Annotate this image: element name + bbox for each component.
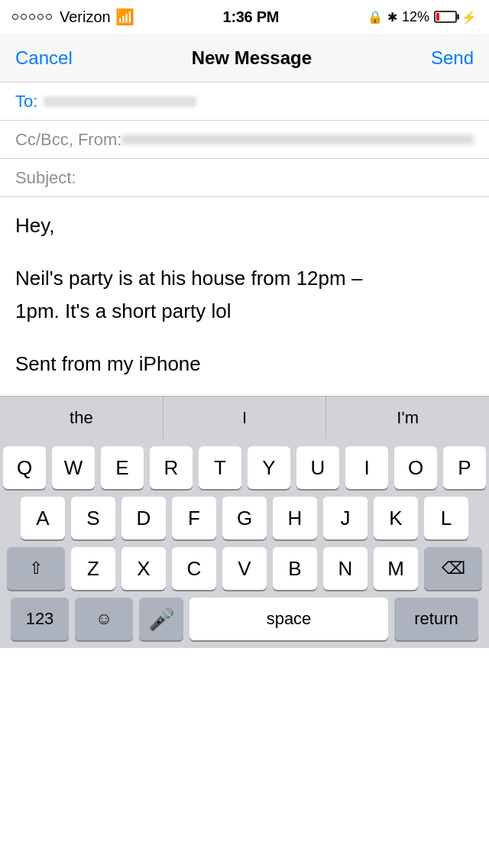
nav-title: New Message — [192, 47, 312, 69]
key-y[interactable]: Y — [248, 446, 290, 489]
subject-label: Subject: — [15, 168, 76, 188]
to-label: To: — [15, 92, 37, 112]
send-button[interactable]: Send — [431, 47, 474, 69]
key-r[interactable]: R — [150, 446, 193, 489]
battery-icon — [434, 11, 457, 23]
key-z[interactable]: Z — [71, 547, 115, 590]
mic-key[interactable]: 🎤 — [139, 598, 183, 640]
subject-row[interactable]: Subject: — [0, 159, 489, 197]
to-address-blurred — [44, 96, 196, 107]
autocomplete-item-2[interactable]: I — [163, 397, 326, 439]
body-line-3: 1pm. It's a short party lol — [15, 296, 474, 326]
status-right: 🔒 ✱ 12% ⚡ — [368, 9, 477, 25]
lock-icon: 🔒 — [368, 10, 383, 24]
body-line-1: Hey, — [15, 211, 474, 241]
status-time: 1:36 PM — [223, 8, 280, 26]
key-t[interactable]: T — [199, 446, 241, 489]
backspace-key[interactable]: ⌫ — [424, 547, 482, 590]
key-m[interactable]: M — [374, 547, 418, 590]
key-n[interactable]: N — [323, 547, 368, 590]
key-q[interactable]: Q — [3, 446, 46, 489]
keyboard-row-3: ⇧ Z X C V B N M ⌫ — [3, 547, 486, 590]
autocomplete-item-1[interactable]: the — [0, 397, 163, 439]
mic-icon: 🎤 — [148, 607, 175, 632]
key-w[interactable]: W — [52, 446, 95, 489]
status-left: Verizon 📶 — [12, 8, 134, 26]
wifi-icon: 📶 — [115, 8, 134, 26]
key-l[interactable]: L — [424, 497, 468, 539]
status-bar: Verizon 📶 1:36 PM 🔒 ✱ 12% ⚡ — [0, 0, 489, 34]
body-line-2: Neil's party is at his house from 12pm – — [15, 264, 474, 293]
key-a[interactable]: A — [21, 497, 65, 539]
cancel-button[interactable]: Cancel — [15, 47, 73, 69]
to-field[interactable]: To: — [0, 83, 489, 121]
key-v[interactable]: V — [222, 547, 267, 590]
key-j[interactable]: J — [323, 497, 368, 539]
shift-key[interactable]: ⇧ — [7, 547, 65, 590]
key-g[interactable]: G — [222, 497, 267, 539]
key-o[interactable]: O — [394, 446, 437, 489]
autocomplete-bar: the I I'm — [0, 396, 489, 439]
key-x[interactable]: X — [121, 547, 166, 590]
key-f[interactable]: F — [172, 497, 216, 539]
battery-fill — [436, 13, 439, 21]
keyboard-row-2: A S D F G H J K L — [3, 497, 486, 539]
key-k[interactable]: K — [374, 497, 418, 539]
key-c[interactable]: C — [172, 547, 216, 590]
signal-dots — [12, 14, 52, 20]
key-i[interactable]: I — [345, 446, 388, 489]
charging-icon: ⚡ — [461, 10, 477, 24]
signal-dot-3 — [29, 14, 35, 20]
email-body[interactable]: Hey, Neil's party is at his house from 1… — [0, 197, 489, 396]
battery-outline — [434, 11, 457, 23]
ccbcc-row[interactable]: Cc/Bcc, From: — [0, 121, 489, 159]
keyboard-row-4: 123 ☺ 🎤 space return — [3, 598, 486, 640]
key-u[interactable]: U — [296, 446, 339, 489]
keyboard-row-1: Q W E R T Y U I O P — [3, 446, 486, 489]
numbers-key[interactable]: 123 — [11, 598, 69, 640]
key-d[interactable]: D — [121, 497, 166, 539]
signal-dot-1 — [12, 14, 18, 20]
signal-dot-2 — [21, 14, 27, 20]
key-e[interactable]: E — [101, 446, 144, 489]
signal-dot-4 — [37, 14, 44, 20]
carrier-label: Verizon — [60, 8, 111, 26]
autocomplete-item-3[interactable]: I'm — [325, 397, 489, 439]
space-key[interactable]: space — [189, 598, 388, 640]
emoji-key[interactable]: ☺ — [75, 598, 133, 640]
return-key[interactable]: return — [394, 598, 478, 640]
key-s[interactable]: S — [71, 497, 115, 539]
ccbcc-label: Cc/Bcc, From: — [15, 130, 121, 150]
key-h[interactable]: H — [273, 497, 317, 539]
signal-dot-5 — [46, 14, 52, 20]
body-line-4: Sent from my iPhone — [15, 349, 474, 379]
key-b[interactable]: B — [273, 547, 317, 590]
battery-percent: 12% — [402, 9, 429, 25]
keyboard: Q W E R T Y U I O P A S D F G H J K L ⇧ … — [0, 439, 489, 648]
key-p[interactable]: P — [443, 446, 486, 489]
ccbcc-address-blurred — [121, 134, 474, 144]
bluetooth-icon: ✱ — [387, 10, 397, 24]
nav-bar: Cancel New Message Send — [0, 34, 489, 83]
